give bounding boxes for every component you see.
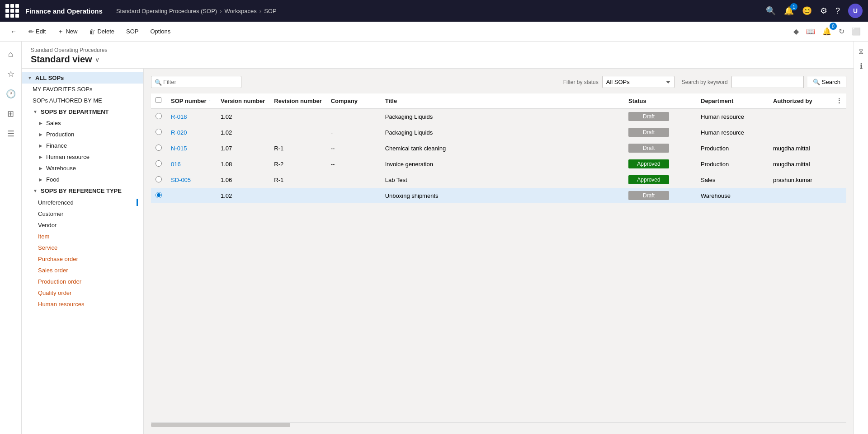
cell-authorized-by xyxy=(769,188,832,204)
sidebar-item-service[interactable]: Service xyxy=(22,242,143,253)
col-header-company[interactable]: Company xyxy=(326,93,381,108)
page-title-chevron-icon[interactable]: ∨ xyxy=(95,56,99,63)
sidebar-item-vendor[interactable]: Vendor xyxy=(22,219,143,231)
diamond-icon[interactable]: ◆ xyxy=(792,25,801,37)
cell-sop-number[interactable]: 016 xyxy=(166,156,216,172)
sidebar-item-warehouse[interactable]: ▶ Warehouse xyxy=(22,163,143,174)
sidebar-item-sales[interactable]: ▶ Sales xyxy=(22,117,143,129)
row-radio[interactable] xyxy=(156,192,162,198)
col-header-more[interactable]: ⋮ xyxy=(832,93,846,108)
cell-title: Packaging Liquids xyxy=(381,108,624,125)
cell-sop-number[interactable]: SD-005 xyxy=(166,172,216,188)
sidebar-item-by-dept[interactable]: ▼ SOPS BY DEPARTMENT xyxy=(22,106,143,117)
search-by-keyword-label: Search by keyword xyxy=(682,79,728,85)
col-header-title[interactable]: Title xyxy=(381,93,624,108)
cell-sop-number[interactable]: R-018 xyxy=(166,108,216,125)
filter-by-status-select[interactable]: All SOPs Draft Approved xyxy=(602,76,675,88)
sidebar-item-sales-order[interactable]: Sales order xyxy=(22,265,143,276)
page-header: Standard Operating Procedures Standard v… xyxy=(22,42,854,69)
ribbon-badge: 0 xyxy=(830,23,837,30)
sidebar-item-all-sops[interactable]: ▼ ALL SOPs xyxy=(22,72,143,84)
cell-revision xyxy=(269,108,326,125)
new-button[interactable]: ＋ New xyxy=(52,25,82,38)
refresh-icon[interactable]: ↻ xyxy=(837,25,846,37)
back-button[interactable]: ← xyxy=(5,26,22,37)
row-radio[interactable] xyxy=(156,160,162,167)
sidebar-item-production-order[interactable]: Production order xyxy=(22,276,143,287)
toggle-food: ▶ xyxy=(38,177,43,182)
breadcrumb-item-3[interactable]: SOP xyxy=(264,8,276,14)
sidebar-item-hr[interactable]: ▶ Human resource xyxy=(22,151,143,163)
sop-link[interactable]: 016 xyxy=(171,161,181,168)
home-icon[interactable]: ⌂ xyxy=(2,45,20,63)
settings-icon[interactable]: ⚙ xyxy=(820,6,827,16)
sidebar-item-customer[interactable]: Customer xyxy=(22,208,143,219)
breadcrumb-item-1[interactable]: Standard Operating Procedures (SOP) xyxy=(116,8,217,14)
cell-sop-number[interactable]: R-020 xyxy=(166,125,216,140)
row-radio[interactable] xyxy=(156,176,162,182)
cell-revision: R-2 xyxy=(269,156,326,172)
col-header-version[interactable]: Version number xyxy=(216,93,269,108)
sop-link[interactable]: R-020 xyxy=(171,129,187,136)
cell-company xyxy=(326,172,381,188)
row-radio[interactable] xyxy=(156,113,162,119)
cell-sop-number[interactable]: N-015 xyxy=(166,140,216,156)
table-scroll-area[interactable]: SOP number ↑ Version number Revision num… xyxy=(151,93,846,422)
sidebar-item-human-resources[interactable]: Human resources xyxy=(22,299,143,310)
filter-icon[interactable]: ⧖ xyxy=(855,45,868,58)
sidebar-item-sops-by-me[interactable]: SOPs AUTHORED BY ME xyxy=(22,95,143,106)
search-keyword-input[interactable] xyxy=(731,76,804,88)
expand-icon[interactable]: ⬜ xyxy=(850,25,863,37)
options-button[interactable]: Options xyxy=(145,26,175,37)
info-icon[interactable]: ℹ xyxy=(855,60,868,72)
col-header-authorized-by[interactable]: Authorized by xyxy=(769,93,832,108)
sidebar-item-my-favorites[interactable]: MY FAVORITES SOPs xyxy=(22,84,143,95)
book-icon[interactable]: 📖 xyxy=(804,25,817,37)
star-icon[interactable]: ☆ xyxy=(2,65,20,83)
cell-authorized-by: mugdha.mittal xyxy=(769,140,832,156)
search-button[interactable]: 🔍 Search xyxy=(807,76,846,88)
sidebar-item-production[interactable]: ▶ Production xyxy=(22,129,143,140)
sidebar-item-by-ref[interactable]: ▼ SOPS BY REFERENCE TYPE xyxy=(22,185,143,196)
sidebar-item-quality-order[interactable]: Quality order xyxy=(22,287,143,299)
scroll-thumb[interactable] xyxy=(151,423,290,427)
select-all-checkbox[interactable] xyxy=(156,97,161,103)
grid-icon[interactable]: ⊞ xyxy=(2,105,20,123)
table-row: 1.02 Unboxing shipments Draft Warehouse xyxy=(151,188,846,204)
breadcrumb-item-2[interactable]: Workspaces xyxy=(225,8,257,14)
ribbon-icon[interactable]: 🔔 0 xyxy=(821,25,833,37)
col-header-sop-number[interactable]: SOP number ↑ xyxy=(166,93,216,108)
sidebar-item-purchase-order[interactable]: Purchase order xyxy=(22,253,143,265)
sop-button[interactable]: SOP xyxy=(121,26,143,37)
sidebar-item-food[interactable]: ▶ Food xyxy=(22,174,143,185)
sop-link[interactable]: SD-005 xyxy=(171,177,191,183)
cell-checkbox xyxy=(151,140,166,156)
history-icon[interactable]: 🕐 xyxy=(2,85,20,103)
sidebar-item-item[interactable]: Item xyxy=(22,231,143,242)
all-sops-label: ALL SOPs xyxy=(35,75,64,81)
cell-version: 1.02 xyxy=(216,108,269,125)
sop-link[interactable]: N-015 xyxy=(171,145,187,152)
col-header-department[interactable]: Department xyxy=(696,93,769,108)
col-header-revision[interactable]: Revision number xyxy=(269,93,326,108)
avatar[interactable]: U xyxy=(848,4,863,18)
col-header-status[interactable]: Status xyxy=(624,93,696,108)
user-icon[interactable]: 😊 xyxy=(802,6,812,16)
edit-button[interactable]: ✏ Edit xyxy=(24,26,51,37)
list-icon[interactable]: ☰ xyxy=(2,125,20,143)
sop-link[interactable]: R-018 xyxy=(171,113,187,120)
row-radio[interactable] xyxy=(156,145,162,151)
waffle-menu[interactable] xyxy=(5,4,19,18)
cell-department: Production xyxy=(696,156,769,172)
cell-department: Human resource xyxy=(696,108,769,125)
sidebar-item-finance[interactable]: ▶ Finance xyxy=(22,140,143,151)
cell-title: Unboxing shipments xyxy=(381,188,624,204)
notification-icon[interactable]: 🔔 1 xyxy=(784,6,794,16)
row-radio[interactable] xyxy=(156,129,162,135)
search-icon[interactable]: 🔍 xyxy=(766,6,776,16)
col-header-checkbox xyxy=(151,93,166,108)
sidebar-item-unreferenced[interactable]: Unreferenced xyxy=(22,196,143,208)
delete-button[interactable]: 🗑 Delete xyxy=(84,26,119,37)
filter-input[interactable] xyxy=(151,76,241,88)
help-icon[interactable]: ? xyxy=(835,6,840,16)
